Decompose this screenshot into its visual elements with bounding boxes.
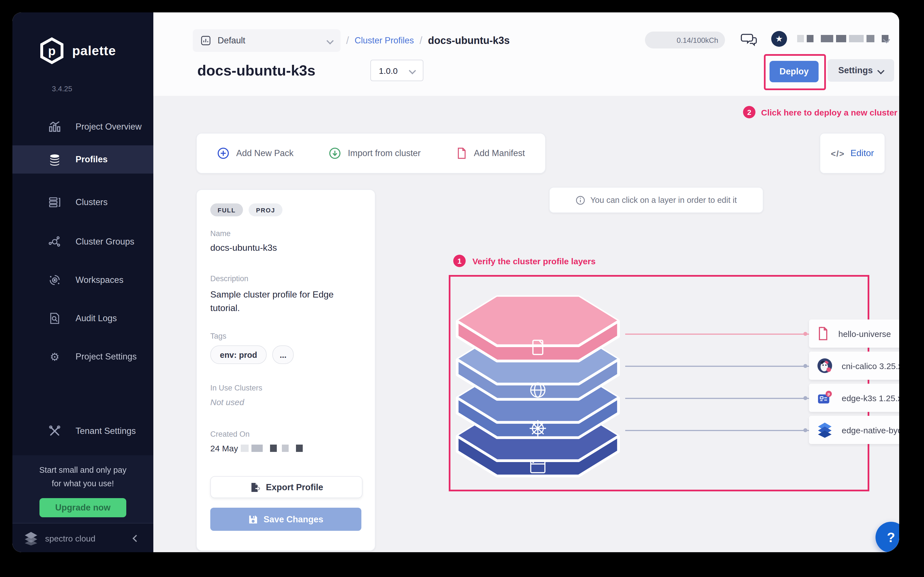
- calico-icon: [817, 358, 833, 374]
- layers-icon: [48, 153, 61, 166]
- add-manifest-button[interactable]: Add Manifest: [456, 147, 525, 160]
- collapse-sidebar-icon[interactable]: [132, 535, 139, 542]
- chevron-down-icon: [326, 37, 333, 44]
- save-icon: [248, 515, 257, 524]
- network-icon: [48, 235, 61, 248]
- import-from-cluster-button[interactable]: Import from cluster: [329, 147, 420, 160]
- add-new-pack-label: Add New Pack: [236, 148, 294, 158]
- question-mark-icon: ?: [887, 529, 895, 545]
- k3s-icon: p: [817, 390, 833, 406]
- annotation-step-2: 2 Click here to deploy a new cluster: [743, 106, 898, 118]
- layer-hexagon-manifest[interactable]: [451, 290, 625, 372]
- breadcrumb-separator: /: [420, 35, 422, 47]
- sidebar-item-label: Project Settings: [76, 351, 137, 362]
- name-label: Name: [210, 229, 231, 238]
- tag-more[interactable]: ...: [272, 345, 294, 364]
- sidebar-item-label: Project Overview: [76, 122, 142, 132]
- sidebar-item-clusters[interactable]: Clusters: [12, 188, 153, 216]
- created-on-redacted: [270, 445, 277, 452]
- spectro-os-icon: [817, 422, 833, 438]
- credits-usage-badge: 0.14/100kCh: [645, 32, 725, 48]
- promo-text-line1: Start small and only pay: [12, 466, 153, 474]
- layer-name: edge-k3s 1.25.x: [842, 393, 899, 403]
- import-from-cluster-label: Import from cluster: [348, 148, 420, 158]
- sidebar-item-label: Workspaces: [76, 275, 123, 285]
- deploy-annotation-box: Deploy: [764, 54, 826, 90]
- export-profile-label: Export Profile: [266, 482, 323, 492]
- export-profile-button[interactable]: Export Profile: [210, 476, 362, 498]
- created-on-value: 24 May: [210, 443, 238, 453]
- add-new-pack-button[interactable]: Add New Pack: [217, 147, 294, 160]
- sidebar-item-label: Profiles: [76, 155, 108, 164]
- brand-name: palette: [72, 43, 116, 58]
- layer-name: edge-native-byoi 1.0.0: [842, 425, 899, 435]
- palette-logo-icon: p: [38, 37, 65, 64]
- connector-dot: [803, 396, 807, 400]
- info-banner: You can click on a layer in order to edi…: [549, 187, 763, 213]
- manifest-icon: [817, 326, 829, 341]
- deploy-button[interactable]: Deploy: [769, 61, 819, 82]
- sidebar-item-label: Tenant Settings: [76, 426, 136, 436]
- sidebar-item-project-overview[interactable]: Project Overview: [12, 113, 153, 141]
- in-use-clusters-value: Not used: [210, 397, 244, 407]
- arrow-down-circle-icon: [329, 147, 341, 160]
- breadcrumb-separator: /: [346, 35, 349, 47]
- chart-icon: [48, 121, 61, 133]
- content-area: 2 Click here to deploy a new cluster Add…: [153, 96, 899, 552]
- sidebar-item-tenant-settings[interactable]: Tenant Settings: [12, 417, 153, 445]
- star-icon: ★: [775, 34, 783, 44]
- save-changes-button[interactable]: Save Changes: [210, 508, 361, 531]
- orbit-icon: [48, 274, 61, 286]
- sidebar-item-label: Clusters: [76, 197, 108, 207]
- layer-row-cni-calico[interactable]: cni-calico 3.25.x Network: [809, 351, 899, 380]
- gear-icon: ⚙: [48, 350, 61, 363]
- chat-icon[interactable]: [740, 31, 758, 48]
- annotation-step-1: 1 Verify the cluster profile layers: [453, 255, 596, 267]
- sidebar-item-project-settings[interactable]: ⚙ Project Settings: [12, 343, 153, 371]
- code-icon: </>: [831, 148, 845, 158]
- star-avatar[interactable]: ★: [771, 31, 787, 47]
- layer-row-edge-native-byoi[interactable]: edge-native-byoi 1.0.0 OS: [809, 416, 899, 444]
- scope-badge-proj: PROJ: [249, 203, 283, 216]
- layer-row-edge-k3s[interactable]: p edge-k3s 1.25.x Kubernetes: [809, 384, 899, 412]
- profile-description-value: Sample cluster profile for Edge tutorial…: [210, 288, 351, 315]
- settings-button[interactable]: Settings: [828, 59, 894, 82]
- profile-version-select[interactable]: 1.0.0: [370, 60, 423, 81]
- upgrade-now-button[interactable]: Upgrade now: [39, 498, 126, 517]
- sidebar-item-profiles[interactable]: Profiles: [12, 145, 153, 174]
- sidebar-item-audit-logs[interactable]: Audit Logs: [12, 304, 153, 332]
- editor-label: Editor: [850, 148, 874, 158]
- sidebar-footer: spectro cloud: [12, 523, 153, 552]
- scope-badge-full: FULL: [210, 203, 243, 216]
- svg-text:p: p: [828, 392, 830, 396]
- audit-log-icon: [48, 312, 61, 324]
- annotation-1-badge: 1: [453, 255, 466, 267]
- annotation-1-text: Verify the cluster profile layers: [472, 256, 596, 266]
- svg-text:p: p: [48, 44, 56, 58]
- description-label: Description: [210, 274, 248, 283]
- connector-dot: [803, 332, 807, 336]
- pack-toolbar: Add New Pack Import from cluster Add Man…: [196, 133, 546, 174]
- help-button[interactable]: ?: [876, 522, 899, 552]
- info-banner-text: You can click on a layer in order to edi…: [590, 195, 737, 205]
- tags-label: Tags: [210, 332, 226, 340]
- chevron-down-icon: [877, 67, 884, 74]
- sidebar-item-workspaces[interactable]: Workspaces: [12, 266, 153, 294]
- created-on-redacted: [252, 445, 263, 452]
- profile-name-value: docs-ubuntu-k3s: [210, 243, 277, 253]
- add-manifest-label: Add Manifest: [474, 148, 525, 158]
- connector-line: [625, 334, 809, 335]
- connector-dot: [803, 428, 807, 432]
- project-selector[interactable]: Default: [193, 29, 341, 52]
- sidebar-item-cluster-groups[interactable]: Cluster Groups: [12, 228, 153, 256]
- layer-row-hello-universe[interactable]: hello-universe Manifest: [809, 319, 899, 348]
- created-on-redacted: [282, 445, 289, 452]
- tag-env-prod[interactable]: env: prod: [210, 345, 267, 364]
- plus-circle-icon: [217, 147, 229, 160]
- breadcrumb-cluster-profiles[interactable]: Cluster Profiles: [355, 35, 414, 46]
- main-area: Default / Cluster Profiles / docs-ubuntu…: [153, 12, 899, 552]
- chevron-down-icon: [409, 67, 416, 74]
- connector-line: [625, 366, 809, 367]
- editor-button[interactable]: </> Editor: [820, 133, 885, 174]
- breadcrumb-current: docs-ubuntu-k3s: [428, 35, 510, 47]
